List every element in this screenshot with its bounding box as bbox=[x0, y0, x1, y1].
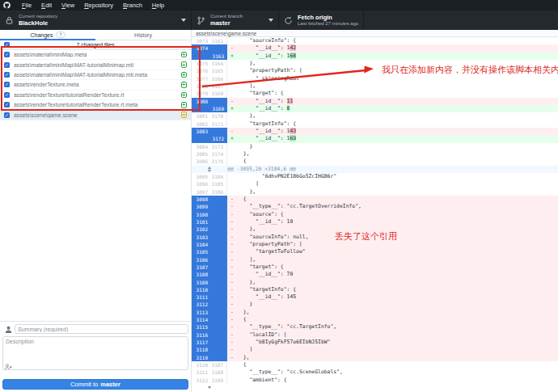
file-row[interactable]: ✓assets\material\miniMap.meta+ bbox=[0, 50, 191, 60]
diff-line-del[interactable]: 3107- "target": { bbox=[192, 263, 558, 271]
diff-marker: - bbox=[227, 203, 237, 210]
new-line-number: 3172 bbox=[211, 135, 227, 142]
diff-code: "sourceInfo": null, bbox=[237, 234, 558, 241]
diff-code: }, bbox=[237, 226, 558, 233]
diff-line-context[interactable]: 31223189 "ambient": { bbox=[192, 377, 558, 384]
diff-line-del[interactable]: 3119- }, bbox=[192, 354, 558, 361]
file-row[interactable]: ✓assets\scene\game.scene bbox=[0, 111, 191, 120]
diff-line-del[interactable]: 3105- "targetToFollow" bbox=[192, 248, 558, 255]
diff-line-del[interactable]: 3104- "propertyPath": [ bbox=[192, 241, 558, 248]
diff-line-del[interactable]: 3111- "__id__": 145 bbox=[192, 293, 558, 301]
diff-line-context[interactable]: 30783167 ], bbox=[192, 82, 558, 90]
new-line-number: 3163 bbox=[211, 53, 227, 60]
tab-changes[interactable]: Changes 7 bbox=[0, 30, 95, 40]
diff-line-del[interactable]: 3106- ], bbox=[192, 256, 558, 263]
diff-code: "target": { bbox=[237, 90, 558, 97]
file-checkbox[interactable]: ✓ bbox=[4, 72, 10, 78]
diff-line-context[interactable]: 30753164 }, bbox=[192, 60, 558, 67]
diff-line-del[interactable]: 3098- { bbox=[192, 196, 558, 203]
diff-line-add[interactable]: 3172+ "__id__": 169 bbox=[192, 135, 558, 142]
diff-line-del[interactable]: 3117- "b8IyGgFkF57o6EIbNJ5IbW" bbox=[192, 339, 558, 346]
diff-line-context[interactable]: 30853174 }, bbox=[192, 150, 558, 158]
diff-line-add[interactable]: 3163+ "__id__": 168 bbox=[192, 53, 558, 60]
diff-line-del[interactable]: 3118- ] bbox=[192, 346, 558, 353]
fetch-origin-button[interactable]: Fetch origin Last fetched 27 minutes ago bbox=[279, 11, 364, 30]
diff-line-add[interactable]: 3169+ "__id__": 8 bbox=[192, 105, 558, 112]
file-row[interactable]: ✓assets\renderTexture\tutorialRenderText… bbox=[0, 100, 191, 110]
file-row[interactable]: ✓assets\material\miniMap\MAT-tutorialMin… bbox=[0, 70, 191, 80]
file-row[interactable]: ✓assets\material\miniMap\MAT-tutorialMin… bbox=[0, 60, 191, 70]
tab-history[interactable]: History bbox=[95, 30, 191, 40]
diff-line-del[interactable]: 3099- "__type__": "cc.TargetOverrideInfo… bbox=[192, 203, 558, 210]
expand-down-icon[interactable] bbox=[192, 384, 227, 391]
old-line-number: 3099 bbox=[192, 203, 211, 210]
commit-button[interactable]: Commit to master bbox=[2, 379, 188, 390]
diff-line-del[interactable]: 3115- "__type__": "cc.TargetInfo", bbox=[192, 323, 558, 331]
diff-line-context[interactable]: 31203187 { bbox=[192, 361, 558, 369]
diff-line-context[interactable]: 30763165 "propertyPath": [ bbox=[192, 67, 558, 74]
file-checkbox[interactable]: ✓ bbox=[4, 62, 10, 68]
current-branch-button[interactable]: Current branch master bbox=[192, 11, 279, 30]
diff-line-del[interactable]: 3108- "__id__": 70 bbox=[192, 271, 558, 278]
menu-repository[interactable]: Repository bbox=[79, 0, 118, 11]
description-input[interactable] bbox=[2, 336, 188, 370]
diff-line-context[interactable]: 30963185 ] bbox=[192, 180, 558, 188]
menu-file[interactable]: File bbox=[17, 0, 36, 11]
lock-icon bbox=[5, 16, 14, 25]
diff-line-del[interactable]: 3080- "__id__": 11 bbox=[192, 98, 558, 105]
diff-line-del[interactable]: 3102- }, bbox=[192, 226, 558, 233]
old-line-number bbox=[192, 53, 211, 60]
diff-line-del[interactable]: 3112- } bbox=[192, 301, 558, 308]
new-line-number: 3174 bbox=[211, 150, 227, 158]
diff-line-context[interactable]: 30953184 "6dhvPN2E186Go5ZcIHG86r" bbox=[192, 173, 558, 180]
diff-line-context[interactable]: 30773166 "_skinningRoot" bbox=[192, 75, 558, 82]
file-checkbox[interactable]: ✓ bbox=[4, 92, 10, 98]
menu-help[interactable]: Help bbox=[147, 0, 169, 11]
file-added-icon: + bbox=[181, 52, 188, 58]
file-path: assets\renderTexture\tutorialRenderTextu… bbox=[14, 92, 181, 98]
changes-sidebar: Changes 7 History ✓ 7 changed files ✓ass… bbox=[0, 30, 192, 392]
old-line-number: 3111 bbox=[192, 293, 211, 301]
summary-input[interactable] bbox=[15, 324, 188, 334]
diff-line-del[interactable]: 3101- "__id__": 10 bbox=[192, 218, 558, 226]
diff-line-del[interactable]: 3116- "localID": [ bbox=[192, 331, 558, 339]
file-row[interactable]: ✓assets\renderTexture\tutorialRenderText… bbox=[0, 91, 191, 100]
file-checkbox[interactable]: ✓ bbox=[4, 102, 10, 107]
diff-line-context[interactable]: 30973186 }, bbox=[192, 188, 558, 196]
expand-hunk-icon[interactable] bbox=[192, 166, 227, 173]
diff-line-del[interactable]: 3083- "__id__": 143 bbox=[192, 128, 558, 135]
file-checkbox[interactable]: ✓ bbox=[4, 82, 10, 87]
diff-line-del[interactable]: 3074- "__id__": 142 bbox=[192, 44, 558, 52]
file-checkbox[interactable]: ✓ bbox=[4, 52, 10, 57]
diff-line-del[interactable]: 3114- { bbox=[192, 316, 558, 323]
diff-line-context[interactable]: 30733162 "sourceInfo": { bbox=[192, 37, 558, 44]
description-wrap bbox=[2, 336, 188, 373]
diff-line-del[interactable]: 3113- }, bbox=[192, 309, 558, 316]
diff-line-context[interactable]: 30793168 "target": { bbox=[192, 90, 558, 97]
menu-branch[interactable]: Branch bbox=[118, 0, 147, 11]
diff-line-context[interactable]: 30823171 "targetInfo": { bbox=[192, 120, 558, 128]
file-row[interactable]: ✓assets\renderTexture.meta+ bbox=[0, 80, 191, 90]
diff-line-context[interactable]: 31213188 "__type__": "cc.SceneGlobals", bbox=[192, 369, 558, 376]
menu-view[interactable]: View bbox=[57, 0, 79, 11]
diff-line-del[interactable]: 3110- "targetInfo": { bbox=[192, 286, 558, 293]
file-added-icon: + bbox=[181, 102, 188, 108]
old-line-number: 3081 bbox=[192, 112, 211, 120]
diff-line-context[interactable]: 30863175 { bbox=[192, 158, 558, 165]
diff-line-del[interactable]: 3109- }, bbox=[192, 279, 558, 286]
diff-line-del[interactable]: 3100- "source": { bbox=[192, 211, 558, 218]
diff-word-highlight: 68 bbox=[290, 53, 296, 59]
diff-line-context[interactable]: 30813170 }, bbox=[192, 112, 558, 120]
add-coauthor-icon[interactable] bbox=[5, 364, 12, 370]
diff-line-context[interactable]: 30843173 } bbox=[192, 143, 558, 150]
new-line-number: 3188 bbox=[211, 369, 227, 376]
diff-line-del[interactable]: 3103- "sourceInfo": null, bbox=[192, 234, 558, 241]
file-checkbox[interactable]: ✓ bbox=[4, 112, 10, 118]
diff-code: "__id__": 10 bbox=[237, 218, 558, 226]
menu-edit[interactable]: Edit bbox=[36, 0, 57, 11]
current-repository-button[interactable]: Current repository BlackHole bbox=[0, 11, 192, 30]
diff-expand-row[interactable] bbox=[192, 384, 558, 391]
new-line-number bbox=[211, 196, 227, 203]
old-line-number: 3108 bbox=[192, 271, 211, 278]
diff-hunk-header[interactable]: @@ -3095,20 +3184,6 @@ bbox=[192, 166, 558, 173]
